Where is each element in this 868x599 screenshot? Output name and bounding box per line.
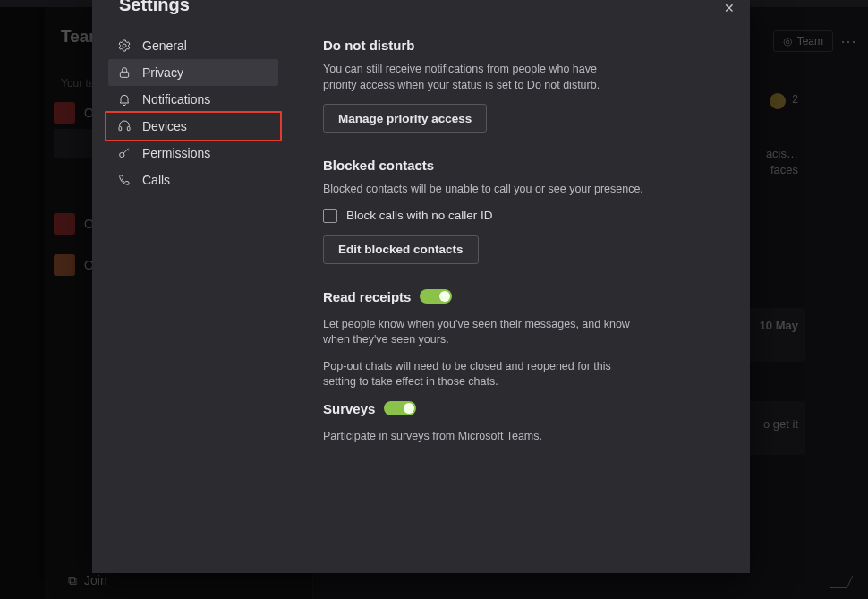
nav-label: Privacy	[142, 65, 183, 80]
nav-label: Permissions	[142, 146, 210, 160]
checkbox[interactable]	[323, 209, 337, 223]
read-desc2: Pop-out chats will need to be closed and…	[323, 359, 645, 390]
nav-label: Devices	[142, 119, 187, 133]
dnd-section: Do not disturb You can still receive not…	[323, 38, 717, 150]
svg-point-4	[120, 152, 124, 157]
toggle-knob	[404, 403, 414, 414]
surveys-section: Surveys Participate in surveys from Micr…	[323, 401, 717, 445]
nav-general[interactable]: General	[108, 32, 278, 59]
nav-label: Notifications	[142, 92, 210, 107]
svg-rect-1	[120, 72, 128, 77]
dnd-title: Do not disturb	[323, 38, 717, 53]
settings-content: Do not disturb You can still receive not…	[323, 38, 717, 455]
blocked-title: Blocked contacts	[323, 158, 717, 173]
bell-icon	[117, 92, 132, 107]
modal-title: Settings	[119, 0, 190, 15]
lock-icon	[117, 65, 132, 80]
block-nocid-row[interactable]: Block calls with no caller ID	[323, 209, 717, 223]
edit-blocked-button[interactable]: Edit blocked contacts	[323, 235, 479, 264]
close-icon[interactable]: ✕	[718, 0, 741, 20]
surveys-title: Surveys	[323, 401, 375, 416]
read-title: Read receipts	[323, 289, 411, 304]
read-desc1: Let people know when you've seen their m…	[323, 317, 654, 348]
settings-modal: Settings ✕ General Privacy Notifications…	[92, 0, 750, 573]
gear-icon	[117, 39, 132, 53]
block-nocid-label: Block calls with no caller ID	[346, 209, 493, 222]
surveys-toggle[interactable]	[384, 401, 416, 415]
read-receipts-toggle[interactable]	[420, 289, 452, 304]
svg-point-0	[123, 44, 126, 47]
svg-rect-2	[119, 127, 122, 131]
dnd-desc: You can still receive notifications from…	[323, 62, 632, 93]
nav-devices[interactable]: Devices	[108, 113, 278, 140]
nav-calls[interactable]: Calls	[108, 167, 278, 193]
toggle-knob	[439, 291, 450, 302]
key-icon	[117, 146, 132, 160]
nav-label: General	[142, 39, 187, 53]
svg-rect-3	[127, 127, 130, 131]
nav-privacy[interactable]: Privacy	[108, 59, 278, 86]
phone-icon	[117, 173, 132, 187]
manage-priority-button[interactable]: Manage priority access	[323, 104, 487, 133]
blocked-desc: Blocked contacts will be unable to call …	[323, 182, 717, 198]
nav-notifications[interactable]: Notifications	[108, 86, 278, 113]
nav-label: Calls	[142, 173, 170, 187]
blocked-section: Blocked contacts Blocked contacts will b…	[323, 158, 717, 282]
read-receipts-section: Read receipts Let people know when you'v…	[323, 289, 717, 390]
surveys-desc: Participate in surveys from Microsoft Te…	[323, 429, 717, 445]
nav-permissions[interactable]: Permissions	[108, 140, 278, 167]
settings-nav: General Privacy Notifications Devices Pe…	[108, 32, 278, 193]
headset-icon	[117, 119, 132, 133]
